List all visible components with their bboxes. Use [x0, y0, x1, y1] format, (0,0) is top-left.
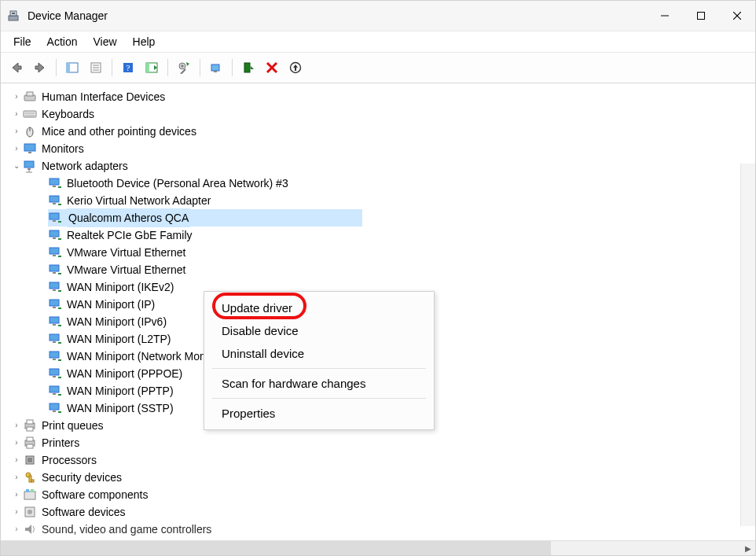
svg-rect-97: [31, 489, 34, 492]
tree-item[interactable]: VMware Virtual Ethernet: [48, 261, 755, 278]
svg-rect-86: [27, 427, 33, 431]
context-menu-separator: [212, 368, 426, 369]
category-icon: [23, 418, 37, 433]
category-icon: [23, 90, 37, 104]
vertical-scrollbar[interactable]: [740, 164, 755, 526]
category-label: Security devices: [42, 469, 122, 486]
tree-item[interactable]: VMware Virtual Ethernet: [48, 244, 755, 261]
action-button[interactable]: [141, 57, 163, 79]
toolbar: ?: [1, 53, 755, 83]
menu-action[interactable]: Action: [39, 34, 86, 50]
device-label: Kerio Virtual Network Adapter: [67, 192, 211, 209]
category-label: Human Interface Devices: [42, 88, 165, 105]
expander-icon[interactable]: ›: [10, 140, 23, 157]
device-icon: [48, 349, 62, 363]
scan-hardware-button[interactable]: [205, 57, 227, 79]
update-driver-button[interactable]: [173, 57, 195, 79]
svg-rect-73: [53, 359, 56, 360]
expander-icon[interactable]: ›: [10, 521, 23, 538]
device-label: WAN Miniport (SSTP): [67, 400, 174, 417]
add-legacy-hardware-button[interactable]: [284, 57, 306, 79]
maximize-button[interactable]: [683, 1, 719, 31]
category-label: Software components: [42, 486, 148, 503]
uninstall-device-button[interactable]: [261, 57, 283, 79]
tree-category[interactable]: ›Security devices: [10, 469, 755, 486]
svg-rect-43: [53, 186, 56, 187]
menu-file[interactable]: File: [6, 34, 39, 50]
svg-rect-75: [50, 369, 59, 375]
device-icon: [48, 401, 62, 415]
context-menu-item[interactable]: Uninstall device: [204, 342, 434, 365]
tree-category[interactable]: ›Sound, video and game controllers: [10, 521, 755, 538]
svg-rect-39: [28, 168, 31, 170]
menu-help[interactable]: Help: [125, 34, 163, 50]
context-menu-item[interactable]: Scan for hardware changes: [204, 372, 434, 395]
enable-device-button[interactable]: [237, 57, 259, 79]
back-button[interactable]: [6, 57, 28, 79]
svg-text:?: ?: [127, 63, 130, 72]
svg-rect-23: [244, 63, 250, 72]
tree-category[interactable]: ›Keyboards: [10, 105, 755, 123]
tree-category[interactable]: ›Software devices: [10, 503, 755, 521]
svg-rect-8: [67, 63, 70, 72]
properties-button[interactable]: [85, 57, 107, 79]
device-manager-window: Device Manager File Action View Help: [0, 0, 756, 556]
toolbar-separator: [167, 59, 168, 76]
expander-icon[interactable]: ›: [10, 451, 23, 469]
expander-icon[interactable]: ›: [10, 469, 23, 486]
expander-icon[interactable]: ›: [10, 105, 23, 123]
svg-rect-63: [50, 300, 59, 306]
expander-icon[interactable]: ›: [10, 486, 23, 503]
svg-point-99: [28, 510, 32, 514]
tree-category[interactable]: ›Mice and other pointing devices: [10, 123, 755, 140]
forward-button[interactable]: [29, 57, 51, 79]
scroll-right-arrow[interactable]: ▶: [741, 541, 755, 555]
context-menu-item[interactable]: Update driver: [204, 296, 434, 319]
tree-category[interactable]: ›Processors: [10, 451, 755, 469]
device-label: WAN Miniport (IKEv2): [67, 278, 174, 296]
tree-item[interactable]: Realtek PCIe GbE Family: [48, 226, 755, 244]
category-icon: [23, 107, 37, 121]
svg-rect-67: [53, 324, 56, 326]
expander-icon[interactable]: ⌄: [10, 157, 23, 175]
tree-item[interactable]: Qualcomm Atheros QCA: [48, 209, 362, 226]
tree-item[interactable]: Bluetooth Device (Personal Area Network)…: [48, 175, 755, 192]
device-icon: [48, 176, 62, 190]
device-icon: [48, 211, 62, 225]
menu-view[interactable]: View: [85, 34, 124, 50]
category-label: Keyboards: [42, 105, 94, 123]
expander-icon[interactable]: ›: [10, 434, 23, 451]
tree-category[interactable]: ›Printers: [10, 434, 755, 451]
context-menu-item[interactable]: Properties: [204, 402, 434, 425]
category-label: Monitors: [42, 140, 84, 157]
category-icon: [23, 453, 37, 467]
tree-category[interactable]: ›Software components: [10, 486, 755, 503]
tree-item[interactable]: Kerio Virtual Network Adapter: [48, 192, 755, 209]
tree-category[interactable]: ›Monitors: [10, 140, 755, 157]
tree-category[interactable]: ›Human Interface Devices: [10, 88, 755, 105]
minimize-button[interactable]: [647, 1, 683, 31]
expander-icon[interactable]: ›: [10, 88, 23, 105]
tree-category[interactable]: ⌄Network adapters: [10, 157, 755, 175]
help-button[interactable]: ?: [117, 57, 139, 79]
horizontal-scrollbar[interactable]: ▶: [1, 540, 755, 555]
svg-marker-17: [154, 65, 157, 70]
close-button[interactable]: [719, 1, 755, 31]
category-label: Printers: [42, 434, 79, 451]
svg-rect-42: [50, 179, 59, 185]
expander-icon[interactable]: ›: [10, 503, 23, 521]
device-label: Bluetooth Device (Personal Area Network)…: [67, 175, 288, 192]
expander-icon[interactable]: ›: [10, 123, 23, 140]
tree-view[interactable]: ›Human Interface Devices›Keyboards›Mice …: [1, 83, 755, 540]
expander-icon[interactable]: ›: [10, 417, 23, 434]
device-icon: [48, 332, 62, 346]
context-menu-item[interactable]: Disable device: [204, 319, 434, 342]
device-icon: [48, 315, 62, 329]
svg-rect-95: [24, 492, 35, 499]
svg-rect-49: [53, 220, 56, 222]
scrollbar-thumb[interactable]: [1, 541, 551, 555]
context-menu-separator: [212, 398, 426, 399]
device-label: VMware Virtual Ethernet: [67, 244, 185, 261]
show-hide-console-tree-button[interactable]: [61, 57, 83, 79]
svg-rect-31: [24, 111, 36, 117]
